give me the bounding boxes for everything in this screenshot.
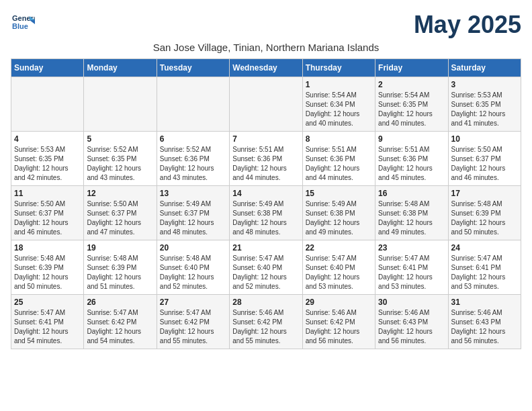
day-number: 25	[14, 298, 81, 307]
day-info: Sunrise: 5:47 AM Sunset: 6:42 PM Dayligh…	[160, 308, 226, 346]
day-number: 24	[451, 243, 518, 253]
calendar-cell: 11Sunrise: 5:50 AM Sunset: 6:37 PM Dayli…	[11, 186, 84, 240]
calendar-cell: 22Sunrise: 5:47 AM Sunset: 6:40 PM Dayli…	[302, 240, 375, 295]
day-info: Sunrise: 5:48 AM Sunset: 6:39 PM Dayligh…	[451, 199, 518, 237]
calendar-week-2: 4Sunrise: 5:53 AM Sunset: 6:35 PM Daylig…	[11, 132, 521, 186]
day-info: Sunrise: 5:53 AM Sunset: 6:35 PM Dayligh…	[14, 145, 81, 183]
calendar-cell: 13Sunrise: 5:49 AM Sunset: 6:37 PM Dayli…	[157, 186, 229, 240]
day-number: 22	[306, 243, 372, 253]
day-info: Sunrise: 5:48 AM Sunset: 6:40 PM Dayligh…	[160, 254, 226, 291]
day-info: Sunrise: 5:47 AM Sunset: 6:40 PM Dayligh…	[232, 254, 299, 291]
day-info: Sunrise: 5:47 AM Sunset: 6:41 PM Dayligh…	[451, 254, 518, 291]
day-number: 8	[306, 134, 372, 144]
day-info: Sunrise: 5:47 AM Sunset: 6:41 PM Dayligh…	[14, 308, 81, 346]
calendar-cell: 20Sunrise: 5:48 AM Sunset: 6:40 PM Dayli…	[157, 240, 229, 295]
day-number: 21	[232, 243, 299, 253]
calendar-week-3: 11Sunrise: 5:50 AM Sunset: 6:37 PM Dayli…	[11, 186, 521, 240]
day-number: 17	[451, 189, 518, 198]
calendar-week-4: 18Sunrise: 5:48 AM Sunset: 6:39 PM Dayli…	[11, 240, 521, 295]
day-info: Sunrise: 5:51 AM Sunset: 6:36 PM Dayligh…	[232, 145, 299, 183]
calendar-cell: 30Sunrise: 5:46 AM Sunset: 6:43 PM Dayli…	[375, 295, 448, 349]
day-number: 30	[378, 298, 445, 307]
day-number: 12	[87, 189, 153, 198]
calendar-cell: 25Sunrise: 5:47 AM Sunset: 6:41 PM Dayli…	[11, 295, 84, 349]
day-info: Sunrise: 5:46 AM Sunset: 6:43 PM Dayligh…	[378, 308, 445, 346]
day-info: Sunrise: 5:50 AM Sunset: 6:37 PM Dayligh…	[14, 199, 81, 237]
day-number: 28	[232, 298, 299, 307]
day-info: Sunrise: 5:54 AM Sunset: 6:35 PM Dayligh…	[378, 91, 445, 128]
calendar-cell: 2Sunrise: 5:54 AM Sunset: 6:35 PM Daylig…	[375, 77, 448, 132]
day-info: Sunrise: 5:49 AM Sunset: 6:38 PM Dayligh…	[306, 199, 372, 237]
day-number: 6	[160, 134, 226, 144]
calendar-cell: 27Sunrise: 5:47 AM Sunset: 6:42 PM Dayli…	[157, 295, 229, 349]
page-subtitle: San Jose Village, Tinian, Northern Maria…	[11, 42, 521, 53]
calendar-cell: 19Sunrise: 5:48 AM Sunset: 6:39 PM Dayli…	[84, 240, 157, 295]
calendar-week-1: 1Sunrise: 5:54 AM Sunset: 6:34 PM Daylig…	[11, 77, 521, 132]
weekday-header-thursday: Thursday	[302, 59, 375, 77]
day-info: Sunrise: 5:46 AM Sunset: 6:43 PM Dayligh…	[451, 308, 518, 346]
calendar-cell: 8Sunrise: 5:51 AM Sunset: 6:36 PM Daylig…	[302, 132, 375, 186]
logo: General Blue	[11, 11, 35, 35]
calendar-cell: 14Sunrise: 5:49 AM Sunset: 6:38 PM Dayli…	[230, 186, 302, 240]
calendar-cell: 4Sunrise: 5:53 AM Sunset: 6:35 PM Daylig…	[11, 132, 84, 186]
calendar-cell	[157, 77, 229, 132]
svg-text:Blue: Blue	[12, 22, 28, 30]
day-info: Sunrise: 5:46 AM Sunset: 6:42 PM Dayligh…	[306, 308, 372, 346]
day-number: 16	[378, 189, 445, 198]
day-info: Sunrise: 5:49 AM Sunset: 6:38 PM Dayligh…	[232, 199, 299, 237]
weekday-header-tuesday: Tuesday	[157, 59, 229, 77]
calendar-week-5: 25Sunrise: 5:47 AM Sunset: 6:41 PM Dayli…	[11, 295, 521, 349]
day-number: 19	[87, 243, 153, 253]
calendar-cell: 3Sunrise: 5:53 AM Sunset: 6:35 PM Daylig…	[448, 77, 521, 132]
day-info: Sunrise: 5:46 AM Sunset: 6:42 PM Dayligh…	[232, 308, 299, 346]
day-info: Sunrise: 5:47 AM Sunset: 6:42 PM Dayligh…	[87, 308, 153, 346]
day-number: 14	[232, 189, 299, 198]
day-number: 10	[451, 134, 518, 144]
day-number: 13	[160, 189, 226, 198]
day-info: Sunrise: 5:48 AM Sunset: 6:39 PM Dayligh…	[87, 254, 153, 291]
day-number: 9	[378, 134, 445, 144]
day-info: Sunrise: 5:54 AM Sunset: 6:34 PM Dayligh…	[306, 91, 372, 128]
day-number: 11	[14, 189, 81, 198]
weekday-header-monday: Monday	[84, 59, 157, 77]
day-number: 7	[232, 134, 299, 144]
weekday-header-wednesday: Wednesday	[230, 59, 302, 77]
day-number: 5	[87, 134, 153, 144]
day-info: Sunrise: 5:51 AM Sunset: 6:36 PM Dayligh…	[378, 145, 445, 183]
day-number: 23	[378, 243, 445, 253]
day-info: Sunrise: 5:49 AM Sunset: 6:37 PM Dayligh…	[160, 199, 226, 237]
day-info: Sunrise: 5:48 AM Sunset: 6:38 PM Dayligh…	[378, 199, 445, 237]
day-number: 3	[451, 80, 518, 89]
calendar-cell	[84, 77, 157, 132]
day-info: Sunrise: 5:48 AM Sunset: 6:39 PM Dayligh…	[14, 254, 81, 291]
calendar-cell	[230, 77, 302, 132]
page-title: May 2025	[414, 11, 521, 39]
weekday-header-saturday: Saturday	[448, 59, 521, 77]
day-number: 31	[451, 298, 518, 307]
calendar-cell: 15Sunrise: 5:49 AM Sunset: 6:38 PM Dayli…	[302, 186, 375, 240]
day-number: 15	[306, 189, 372, 198]
day-number: 27	[160, 298, 226, 307]
weekday-header-sunday: Sunday	[11, 59, 84, 77]
calendar-cell: 12Sunrise: 5:50 AM Sunset: 6:37 PM Dayli…	[84, 186, 157, 240]
calendar-cell: 6Sunrise: 5:52 AM Sunset: 6:36 PM Daylig…	[157, 132, 229, 186]
calendar-cell: 18Sunrise: 5:48 AM Sunset: 6:39 PM Dayli…	[11, 240, 84, 295]
calendar-cell: 26Sunrise: 5:47 AM Sunset: 6:42 PM Dayli…	[84, 295, 157, 349]
calendar-cell: 21Sunrise: 5:47 AM Sunset: 6:40 PM Dayli…	[230, 240, 302, 295]
day-info: Sunrise: 5:50 AM Sunset: 6:37 PM Dayligh…	[87, 199, 153, 237]
day-number: 20	[160, 243, 226, 253]
day-number: 1	[306, 80, 372, 89]
logo-icon: General Blue	[11, 11, 35, 35]
calendar-cell: 10Sunrise: 5:50 AM Sunset: 6:37 PM Dayli…	[448, 132, 521, 186]
calendar-cell: 23Sunrise: 5:47 AM Sunset: 6:41 PM Dayli…	[375, 240, 448, 295]
calendar-cell: 9Sunrise: 5:51 AM Sunset: 6:36 PM Daylig…	[375, 132, 448, 186]
weekday-header-row: SundayMondayTuesdayWednesdayThursdayFrid…	[11, 59, 521, 77]
weekday-header-friday: Friday	[375, 59, 448, 77]
calendar-cell: 31Sunrise: 5:46 AM Sunset: 6:43 PM Dayli…	[448, 295, 521, 349]
calendar-cell: 17Sunrise: 5:48 AM Sunset: 6:39 PM Dayli…	[448, 186, 521, 240]
day-info: Sunrise: 5:51 AM Sunset: 6:36 PM Dayligh…	[306, 145, 372, 183]
day-info: Sunrise: 5:53 AM Sunset: 6:35 PM Dayligh…	[451, 91, 518, 128]
calendar-cell: 1Sunrise: 5:54 AM Sunset: 6:34 PM Daylig…	[302, 77, 375, 132]
day-number: 2	[378, 80, 445, 89]
calendar-cell: 24Sunrise: 5:47 AM Sunset: 6:41 PM Dayli…	[448, 240, 521, 295]
